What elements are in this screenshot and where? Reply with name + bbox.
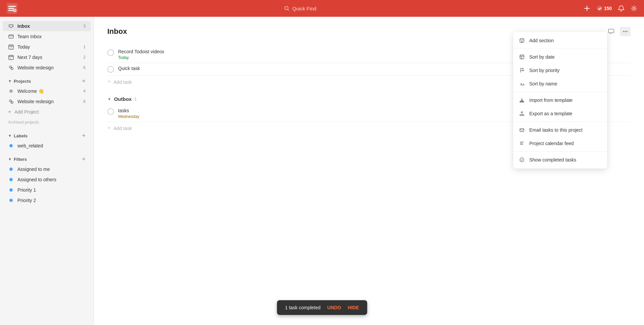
sidebar-label-welcome: Welcome 👋: [17, 88, 44, 94]
search-label: Quick Find: [292, 6, 316, 11]
shared-project-icon: [8, 65, 14, 71]
svg-text:7: 7: [10, 47, 12, 49]
dropdown-add-section[interactable]: Add section: [513, 34, 607, 47]
project-dot-welcome: [8, 88, 14, 94]
add-task-plus-outbox: +: [107, 125, 111, 132]
sidebar-item-assigned-to-me[interactable]: Assigned to me: [3, 164, 91, 174]
labels-add-button[interactable]: +: [82, 133, 86, 139]
svg-rect-21: [520, 115, 524, 116]
logo[interactable]: [7, 3, 17, 14]
svg-point-23: [520, 158, 524, 162]
next7-icon: [8, 54, 14, 60]
add-project-label: Add Project: [14, 109, 39, 115]
labels-section-label: Labels: [14, 133, 82, 138]
text-sort-icon: Aa: [519, 80, 525, 87]
projects-section-header[interactable]: ▼ Projects +: [3, 75, 91, 85]
svg-point-16: [627, 31, 628, 32]
sidebar-item-team-inbox[interactable]: Team Inbox: [3, 31, 91, 42]
dropdown-sort-priority[interactable]: Sort by priority: [513, 64, 607, 77]
dropdown-import-template[interactable]: Import from template: [513, 93, 607, 107]
toast-message: 1 task completed: [285, 305, 321, 310]
labels-chevron: ▼: [8, 134, 12, 138]
svg-rect-5: [9, 35, 13, 38]
task-checkbox-t1[interactable]: [107, 49, 114, 56]
dropdown-show-completed[interactable]: Show completed tasks: [513, 153, 607, 167]
sidebar-item-website-redesign-nav[interactable]: Website redesign 6: [3, 63, 91, 73]
svg-point-3: [597, 6, 602, 11]
projects-chevron: ▼: [8, 79, 12, 83]
task-checkbox-t3[interactable]: [107, 108, 114, 115]
add-task-label-outbox: Add task: [114, 126, 132, 131]
sort-name-label: Sort by name: [529, 81, 557, 86]
dropdown-export-template[interactable]: Export as a template: [513, 107, 607, 120]
sidebar-item-inbox[interactable]: Inbox 3: [3, 21, 91, 31]
toast-hide-button[interactable]: HIDE: [348, 305, 359, 310]
projects-add-button[interactable]: +: [82, 78, 86, 84]
filter-dot-assigned-others: [8, 177, 14, 183]
karma-display[interactable]: 150: [597, 5, 612, 11]
topbar: Quick Find 150: [0, 0, 644, 17]
sidebar-item-priority2[interactable]: Priority 2: [3, 195, 91, 205]
sidebar-label-inbox: Inbox: [17, 23, 30, 29]
sidebar-item-web-related[interactable]: web_related: [3, 141, 91, 151]
dropdown-calendar-feed[interactable]: Project calendar feed: [513, 137, 607, 150]
svg-point-11: [9, 100, 11, 102]
add-project-plus: +: [8, 109, 11, 115]
dropdown-sort-name[interactable]: Aa Sort by name: [513, 77, 607, 90]
toast-undo-button[interactable]: UNDO: [327, 305, 341, 310]
task-checkbox-t2[interactable]: [107, 66, 114, 73]
sidebar-item-next7[interactable]: Next 7 days 2: [3, 52, 91, 62]
email-tasks-label: Email tasks to this project: [529, 127, 583, 133]
projects-section-label: Projects: [14, 79, 82, 84]
add-project-button[interactable]: + Add Project: [3, 107, 91, 117]
dropdown-divider-1: [513, 49, 607, 49]
sidebar-item-today[interactable]: 7 Today 1: [3, 42, 91, 52]
karma-count: 150: [604, 6, 612, 11]
section-icon: [519, 37, 525, 44]
outbox-task-count: 1: [134, 96, 137, 102]
show-completed-label: Show completed tasks: [529, 157, 576, 162]
website-nav-badge: 6: [83, 65, 86, 70]
more-options-button[interactable]: [620, 27, 631, 36]
settings-button[interactable]: [631, 5, 637, 12]
download-icon: [519, 97, 525, 104]
today-icon: 7: [8, 44, 14, 50]
labels-section-header[interactable]: ▼ Labels +: [3, 130, 91, 140]
search-bar[interactable]: Quick Find: [284, 6, 316, 11]
sidebar-item-priority1[interactable]: Priority 1: [3, 185, 91, 195]
svg-rect-22: [520, 129, 524, 132]
import-template-label: Import from template: [529, 97, 573, 103]
notifications-button[interactable]: [618, 5, 625, 12]
sidebar-item-website-redesign[interactable]: Website redesign 6: [3, 96, 91, 107]
dropdown-sort-date[interactable]: Sort by date: [513, 50, 607, 64]
sidebar-label-next7: Next 7 days: [17, 55, 42, 60]
sort-date-label: Sort by date: [529, 54, 555, 60]
sidebar-item-assigned-to-others[interactable]: Assigned to others: [3, 175, 91, 185]
inbox-icon: [8, 23, 14, 29]
svg-rect-18: [520, 55, 524, 59]
dropdown-email-tasks[interactable]: Email tasks to this project: [513, 123, 607, 137]
inbox-badge: 3: [83, 24, 86, 28]
svg-point-14: [623, 31, 624, 32]
add-task-button-inbox[interactable]: + Add task: [107, 76, 132, 88]
filter-dot-assigned-me: [8, 166, 14, 172]
add-task-button[interactable]: [583, 5, 591, 12]
add-task-button-outbox[interactable]: + Add task: [107, 122, 132, 134]
dropdown-divider-2: [513, 92, 607, 92]
website-badge: 6: [83, 99, 86, 104]
sidebar-item-welcome[interactable]: Welcome 👋 4: [3, 86, 91, 96]
filters-section-header[interactable]: ▼ Filters +: [3, 153, 91, 164]
outbox-chevron: ▼: [107, 97, 111, 102]
sidebar-label-priority1: Priority 1: [17, 187, 36, 193]
svg-rect-13: [608, 29, 614, 33]
check-circle-icon: [519, 156, 525, 163]
dropdown-divider-4: [513, 151, 607, 152]
welcome-badge: 4: [83, 89, 86, 93]
next7-badge: 2: [83, 55, 86, 60]
filters-add-button[interactable]: +: [82, 156, 86, 162]
export-template-label: Export as a template: [529, 111, 572, 116]
header-actions: [606, 27, 631, 36]
comments-button[interactable]: [606, 27, 616, 36]
filter-dot-priority1: [8, 187, 14, 193]
sort-date-icon: [519, 54, 525, 60]
